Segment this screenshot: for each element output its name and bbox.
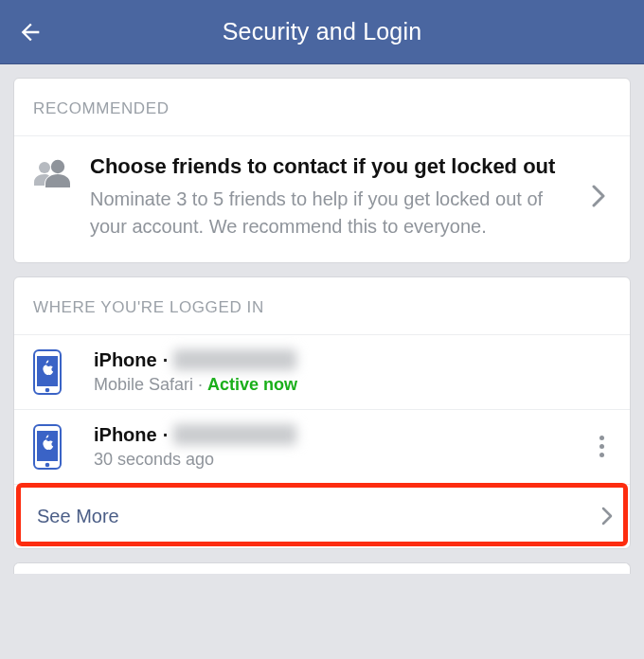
page-title: Security and Login bbox=[0, 18, 644, 45]
chevron-right-icon bbox=[601, 507, 613, 525]
redacted-location bbox=[173, 424, 296, 445]
session-time: 30 seconds ago bbox=[94, 450, 214, 469]
svg-point-4 bbox=[45, 388, 50, 393]
recommended-text: Choose friends to contact if you get loc… bbox=[90, 153, 592, 240]
see-more-label: See More bbox=[37, 506, 119, 527]
logged-in-section-label: WHERE YOU'RE LOGGED IN bbox=[14, 277, 630, 335]
session-status-active: Active now bbox=[207, 375, 297, 394]
separator: · bbox=[163, 349, 169, 371]
session-more-button[interactable] bbox=[590, 428, 613, 465]
svg-point-7 bbox=[45, 463, 50, 468]
logged-in-card: WHERE YOU'RE LOGGED IN iPhone · Mobile S… bbox=[13, 276, 631, 549]
next-card-peek bbox=[13, 562, 631, 574]
session-device: iPhone bbox=[94, 349, 157, 371]
see-more-button[interactable]: See More bbox=[14, 485, 630, 548]
trusted-contacts-row[interactable]: Choose friends to contact if you get loc… bbox=[14, 136, 630, 262]
session-browser: Mobile Safari bbox=[94, 375, 193, 394]
session-row[interactable]: iPhone · 30 seconds ago bbox=[14, 410, 630, 485]
arrow-left-icon bbox=[17, 19, 44, 45]
recommended-card: RECOMMENDED Choose friends to contact if… bbox=[13, 78, 631, 263]
phone-icon bbox=[33, 349, 67, 395]
separator: · bbox=[163, 424, 169, 446]
session-row[interactable]: iPhone · Mobile Safari · Active now bbox=[14, 335, 630, 410]
recommended-title: Choose friends to contact if you get loc… bbox=[90, 153, 582, 180]
back-button[interactable] bbox=[17, 19, 44, 45]
session-text: iPhone · Mobile Safari · Active now bbox=[94, 349, 613, 395]
session-device: iPhone bbox=[94, 424, 157, 446]
chevron-right-icon bbox=[592, 185, 615, 207]
session-text: iPhone · 30 seconds ago bbox=[94, 424, 590, 470]
svg-point-0 bbox=[51, 160, 64, 173]
recommended-subtitle: Nominate 3 to 5 friends to help if you g… bbox=[90, 186, 582, 240]
redacted-location bbox=[173, 349, 296, 370]
svg-point-1 bbox=[39, 162, 50, 173]
separator: · bbox=[198, 375, 203, 394]
header-bar: Security and Login bbox=[0, 0, 644, 64]
phone-icon bbox=[33, 424, 67, 470]
recommended-section-label: RECOMMENDED bbox=[14, 79, 630, 136]
friends-icon bbox=[33, 157, 73, 193]
